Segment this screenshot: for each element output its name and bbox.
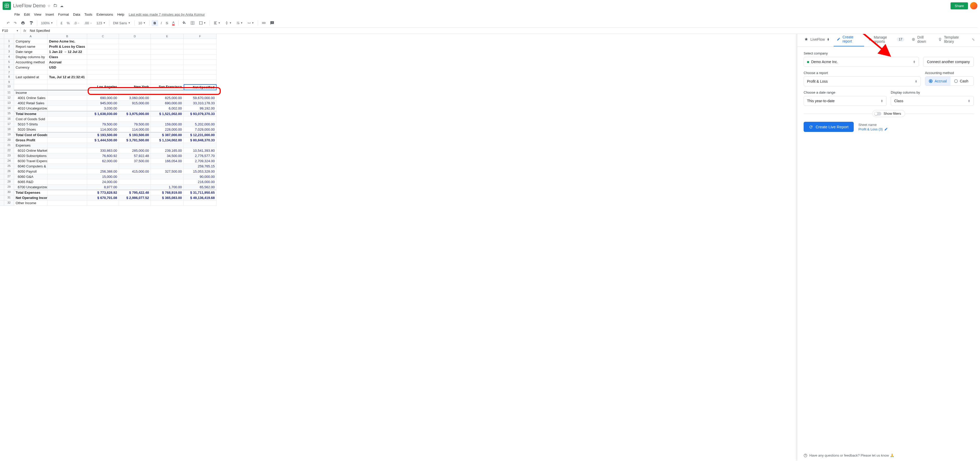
lightbulb-icon bbox=[938, 37, 942, 41]
print-icon[interactable] bbox=[19, 20, 27, 26]
radio-accrual[interactable]: Accrual bbox=[925, 77, 951, 86]
italic-button[interactable]: I bbox=[159, 20, 163, 26]
label-acct-method: Accounting method bbox=[925, 71, 974, 75]
col-E[interactable]: E bbox=[151, 34, 184, 39]
row-hdr[interactable]: 1 bbox=[4, 39, 14, 44]
updown-icon: ▲▼ bbox=[913, 60, 916, 63]
header: LiveFlow Demo ☆ ☁ Share bbox=[0, 0, 980, 11]
tab-liveflow[interactable]: LiveFlow ▲▼ bbox=[801, 35, 833, 44]
valign-icon[interactable]: ▼ bbox=[223, 20, 233, 26]
menu-data[interactable]: Data bbox=[71, 11, 82, 17]
sheets-logo[interactable] bbox=[3, 2, 11, 10]
menu-tools[interactable]: Tools bbox=[83, 11, 94, 17]
report-select[interactable]: Profit & Loss ▲▼ bbox=[803, 76, 921, 86]
cell-ref-input[interactable]: F10▼ bbox=[0, 28, 21, 34]
avatar[interactable] bbox=[970, 2, 977, 10]
bold-button[interactable]: B bbox=[151, 20, 158, 26]
target-icon bbox=[912, 37, 915, 41]
updown-icon: ▲▼ bbox=[968, 99, 970, 103]
menu-format[interactable]: Format bbox=[56, 11, 71, 17]
status-dot-icon bbox=[807, 61, 809, 63]
redo-icon[interactable]: ↷ bbox=[12, 20, 18, 26]
move-icon[interactable] bbox=[53, 4, 57, 8]
menu-bar: File Edit View Insert Format Data Tools … bbox=[0, 11, 980, 19]
toolbar: ↶ ↷ 100% ▼ £ % .0← .00→ 123 ▼ DM Sans ▼ … bbox=[3, 19, 977, 28]
paint-format-icon[interactable] bbox=[28, 20, 35, 26]
rotate-icon[interactable]: ▼ bbox=[245, 20, 256, 26]
liveflow-panel: LiveFlow ✕ LiveFlow ▲▼ Create report Man… bbox=[797, 34, 980, 461]
create-live-report-button[interactable]: Create Live Report bbox=[803, 122, 854, 132]
link-icon[interactable] bbox=[260, 20, 267, 26]
tab-drill-down[interactable]: Drill down bbox=[908, 34, 934, 46]
panel-tabs: LiveFlow ▲▼ Create report Manage reports… bbox=[797, 34, 980, 47]
zoom-select[interactable]: 100% ▼ bbox=[40, 20, 54, 26]
svg-point-9 bbox=[913, 39, 914, 40]
sheet-area[interactable]: A B C D E F 1 Company Demo Acme Inc. 2 R… bbox=[0, 34, 797, 461]
radio-cash[interactable]: Cash bbox=[951, 77, 974, 86]
toggle-icon bbox=[874, 112, 881, 116]
font-size-select[interactable]: 10 ▼ bbox=[137, 20, 147, 26]
sheet-name-link[interactable]: Profit & Loss (3) bbox=[858, 127, 888, 131]
tab-manage-reports[interactable]: Manage reports 17 bbox=[865, 34, 907, 46]
share-button[interactable]: Share bbox=[951, 2, 968, 10]
menu-file[interactable]: File bbox=[13, 11, 22, 17]
col-B[interactable]: B bbox=[48, 34, 87, 39]
col-F[interactable]: F bbox=[184, 34, 216, 39]
report-count-badge: 17 bbox=[897, 37, 904, 41]
star-icon[interactable]: ☆ bbox=[48, 4, 51, 8]
borders-icon[interactable] bbox=[189, 20, 196, 26]
cloud-icon[interactable]: ☁ bbox=[60, 4, 64, 8]
col-D[interactable]: D bbox=[119, 34, 151, 39]
help-icon[interactable] bbox=[803, 454, 807, 457]
comment-icon[interactable] bbox=[269, 20, 276, 26]
fx-icon: fx bbox=[21, 29, 29, 33]
tab-template-library[interactable]: Template library bbox=[935, 34, 969, 46]
text-color-icon[interactable]: A bbox=[171, 19, 176, 26]
svg-point-8 bbox=[912, 38, 915, 40]
dec-increase-icon[interactable]: .00→ bbox=[83, 20, 94, 26]
display-by-select[interactable]: Class ▲▼ bbox=[891, 96, 974, 106]
updown-icon: ▲▼ bbox=[881, 99, 883, 103]
menu-help[interactable]: Help bbox=[115, 11, 126, 17]
edit-icon bbox=[884, 127, 888, 131]
updown-icon: ▲▼ bbox=[915, 80, 917, 83]
doc-title[interactable]: LiveFlow Demo bbox=[13, 3, 45, 9]
menu-insert[interactable]: Insert bbox=[44, 11, 56, 17]
connect-company-button[interactable]: Connect another company bbox=[923, 57, 974, 67]
numfmt-select[interactable]: 123 ▼ bbox=[95, 20, 107, 26]
date-range-select[interactable]: This year-to-date ▲▼ bbox=[803, 96, 886, 106]
dec-decrease-icon[interactable]: .0← bbox=[72, 20, 82, 26]
liveflow-icon bbox=[804, 37, 808, 41]
formula-input[interactable]: Not Specified bbox=[29, 28, 980, 34]
font-select[interactable]: DM Sans ▼ bbox=[111, 20, 132, 26]
label-date-range: Choose a date range bbox=[803, 90, 886, 94]
updown-icon: ▲▼ bbox=[827, 38, 829, 41]
strikethrough-button[interactable]: S bbox=[164, 20, 170, 26]
pencil-icon bbox=[837, 37, 840, 41]
acct-method-group: Accrual Cash bbox=[925, 76, 974, 86]
menu-edit[interactable]: Edit bbox=[22, 11, 32, 17]
halign-icon[interactable]: ▼ bbox=[212, 20, 222, 26]
currency-icon[interactable]: £ bbox=[59, 20, 64, 26]
show-filters-toggle[interactable]: Show filters bbox=[872, 110, 905, 117]
tab-create-report[interactable]: Create report bbox=[834, 34, 864, 46]
cell[interactable]: Company bbox=[14, 39, 48, 44]
formula-bar: F10▼ fx Not Specified bbox=[0, 28, 980, 34]
selected-cell[interactable]: Not Specified bbox=[184, 84, 216, 90]
percent-icon[interactable]: % bbox=[65, 20, 71, 26]
last-edit-link[interactable]: Last edit was made 7 minutes ago by Anit… bbox=[129, 13, 205, 16]
fill-color-icon[interactable] bbox=[181, 20, 188, 26]
col-A[interactable]: A bbox=[14, 34, 48, 39]
company-select[interactable]: Demo Acme Inc. ▲▼ bbox=[803, 57, 919, 67]
label-display-by: Display columns by bbox=[891, 90, 974, 94]
menu-view[interactable]: View bbox=[32, 11, 43, 17]
label-select-company: Select company bbox=[803, 51, 919, 55]
merge-cells-icon[interactable]: ▼ bbox=[197, 20, 207, 26]
menu-extensions[interactable]: Extensions bbox=[95, 11, 115, 17]
collapse-icon[interactable]: ⤡ bbox=[970, 36, 976, 43]
refresh-icon bbox=[868, 37, 872, 41]
undo-icon[interactable]: ↶ bbox=[5, 20, 11, 26]
cell[interactable]: Demo Acme Inc. bbox=[48, 39, 87, 44]
wrap-icon[interactable]: ▼ bbox=[234, 20, 245, 26]
col-C[interactable]: C bbox=[87, 34, 119, 39]
